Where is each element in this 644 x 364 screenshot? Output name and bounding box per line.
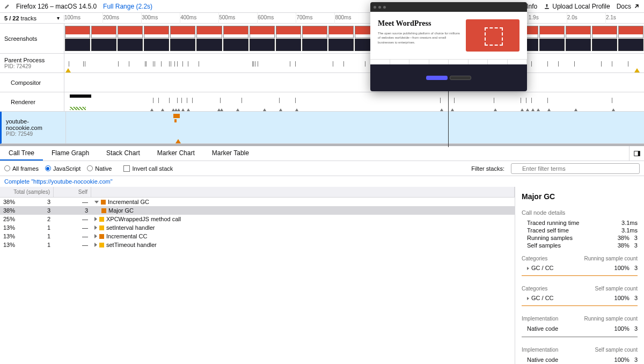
screenshot-thumb[interactable] xyxy=(91,26,117,51)
track-parent-pid: PID: 72429 xyxy=(4,63,60,69)
tree-row[interactable]: 13%1—setTimeout handler xyxy=(0,241,515,249)
track-screenshots-label: Screenshots xyxy=(4,35,60,42)
tab-marker-table[interactable]: Marker Table xyxy=(203,146,258,161)
screenshot-thumb[interactable] xyxy=(539,26,565,51)
docs-button[interactable]: Docs xyxy=(617,3,640,10)
tree-row[interactable]: 38%33Major GC xyxy=(0,206,515,215)
screenshot-preview: Meet WordPress The open source publishin… xyxy=(370,2,527,91)
tab-call-tree[interactable]: Call Tree xyxy=(0,146,43,161)
filter-all-frames[interactable]: All frames xyxy=(4,165,39,172)
status-text: Complete "https://youtube-nocookie.com" xyxy=(0,176,644,187)
track-parent-label: Parent Process xyxy=(4,57,60,63)
category-color-icon xyxy=(101,200,106,205)
ruler-tick: 700ms xyxy=(296,13,334,24)
track-compositor[interactable] xyxy=(64,73,644,92)
detail-row: Running samples38% 3 xyxy=(522,234,638,242)
tree-row[interactable]: 25%2—XPCWrappedJS method call xyxy=(0,215,515,223)
range-link[interactable]: Full Range (2.2s) xyxy=(103,3,152,10)
chevron-right-icon xyxy=(94,243,97,247)
ruler-tick: 2.1s xyxy=(605,13,644,24)
bar-icon xyxy=(522,337,638,337)
track-yt-pid: PID: 72549 xyxy=(6,131,61,137)
chevron-right-icon xyxy=(527,267,529,270)
ruler-tick: 300ms xyxy=(141,13,180,24)
ruler-tick: 500ms xyxy=(218,13,257,24)
filter-stacks-label: Filter stacks: xyxy=(471,165,504,172)
screenshot-thumb[interactable] xyxy=(591,26,618,51)
svg-rect-4 xyxy=(638,151,640,156)
chevron-right-icon xyxy=(94,225,97,230)
tree-row[interactable]: 38%3—Incremental GC xyxy=(0,198,515,206)
sidebar-section-details: Call node details xyxy=(522,209,638,216)
tree-row[interactable]: 13%1—Incremental CC xyxy=(0,232,515,241)
marker-flag-icon xyxy=(65,68,71,72)
marker-flag-icon xyxy=(175,139,181,143)
filter-invert[interactable]: Invert call stack xyxy=(123,165,173,172)
category-color-icon xyxy=(99,243,104,247)
ruler-tick: 200ms xyxy=(103,13,141,24)
category-color-icon xyxy=(99,217,104,222)
category-gccc-self[interactable]: GC / CC100% 3 xyxy=(522,295,638,301)
ruler-tick: 400ms xyxy=(180,13,218,24)
ruler-tick: 100ms xyxy=(64,13,103,24)
ruler-tick: 600ms xyxy=(257,13,296,24)
upload-icon xyxy=(544,3,550,10)
screenshot-thumb[interactable] xyxy=(302,26,328,51)
tab-marker-chart[interactable]: Marker Chart xyxy=(149,146,203,161)
external-link-icon xyxy=(633,3,640,10)
sidebar-toggle[interactable] xyxy=(629,146,644,161)
screenshot-thumb[interactable] xyxy=(64,26,91,51)
chevron-right-icon xyxy=(94,234,97,238)
screenshot-thumb[interactable] xyxy=(117,26,143,51)
col-total[interactable]: Total (samples) xyxy=(0,187,54,197)
tree-row[interactable]: 13%1—setInterval handler xyxy=(0,223,515,232)
chevron-down-icon: ▾ xyxy=(57,15,60,21)
chevron-right-icon xyxy=(527,297,529,300)
sidebar-title: Major GC xyxy=(522,192,638,201)
tracks-toggle[interactable]: 5 / 22 tracks ▾ xyxy=(0,15,64,21)
screenshot-thumb[interactable] xyxy=(196,26,222,51)
screenshot-thumb[interactable] xyxy=(223,26,249,51)
screenshot-thumb[interactable] xyxy=(249,26,275,51)
screenshot-thumb[interactable] xyxy=(565,26,591,51)
detail-row: Traced self time3.1ms xyxy=(522,227,638,234)
panel-icon xyxy=(633,150,641,157)
category-color-icon xyxy=(99,234,104,239)
filter-javascript[interactable]: JavaScript xyxy=(45,165,80,172)
ruler-tick: 800ms xyxy=(334,13,373,24)
col-self[interactable]: Self xyxy=(54,187,91,197)
track-compositor-label: Compositor xyxy=(11,79,60,86)
tab-stack-chart[interactable]: Stack Chart xyxy=(98,146,149,161)
chevron-right-icon xyxy=(94,217,97,221)
detail-row: Self samples38% 3 xyxy=(522,242,638,249)
upload-button[interactable]: Upload Local Profile xyxy=(544,3,610,10)
bar-icon xyxy=(522,305,638,306)
detail-row: Traced running time3.1ms xyxy=(522,219,638,227)
filter-native[interactable]: Native xyxy=(87,165,112,172)
profile-title: Firefox 126 – macOS 14.5.0 xyxy=(16,3,97,10)
tab-flame-graph[interactable]: Flame Graph xyxy=(43,146,98,161)
bar-icon xyxy=(522,275,638,276)
ruler-tick: 2.0s xyxy=(567,13,605,24)
filter-input[interactable] xyxy=(511,163,640,174)
track-yt[interactable] xyxy=(66,112,644,143)
edit-icon xyxy=(4,4,10,9)
screenshot-thumb[interactable] xyxy=(328,26,354,51)
time-ruler[interactable]: 100ms200ms300ms400ms500ms600ms700ms800ms… xyxy=(64,13,644,24)
screenshot-thumb[interactable] xyxy=(143,26,170,51)
category-color-icon xyxy=(101,208,106,213)
screenshot-thumb[interactable] xyxy=(618,26,644,51)
track-screenshots[interactable] xyxy=(64,24,644,53)
track-renderer[interactable] xyxy=(64,92,644,111)
chevron-down-icon xyxy=(94,201,99,203)
marker-flag-icon xyxy=(634,68,640,72)
ruler-tick: 1.9s xyxy=(528,13,567,24)
screenshot-thumb[interactable] xyxy=(275,26,302,51)
track-renderer-label: Renderer xyxy=(11,99,60,105)
category-color-icon xyxy=(99,225,104,230)
screenshot-thumb[interactable] xyxy=(170,26,196,51)
category-gccc-running[interactable]: GC / CC100% 3 xyxy=(522,265,638,271)
track-yt-label: youtube-nocookie.com xyxy=(6,118,61,131)
track-parent[interactable] xyxy=(64,54,644,72)
